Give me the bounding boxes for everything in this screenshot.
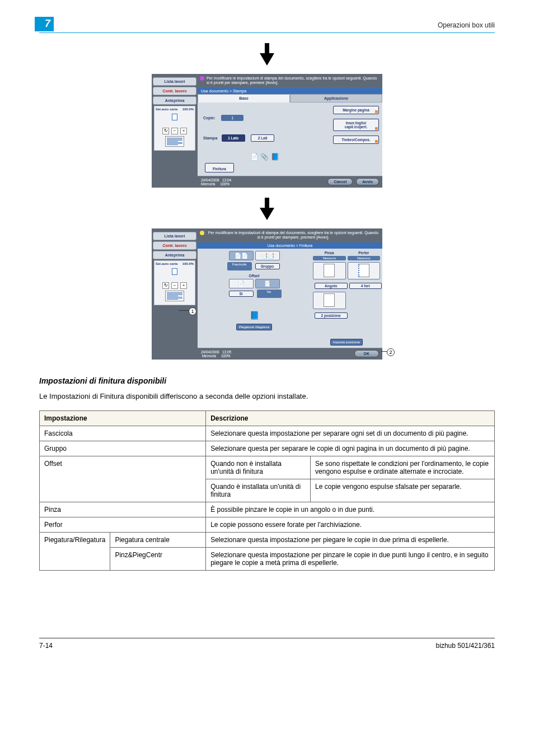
cell: Piegatura centrale: [110, 532, 206, 547]
inser-button[interactable]: Inser.foglio/ capit./copert.: [333, 119, 379, 131]
callout-2: 2: [387, 348, 395, 356]
offset-no-icon[interactable]: 📑: [255, 279, 280, 288]
chapter-tab: 7: [35, 17, 54, 31]
zoom-pct: 100.0%: [182, 108, 194, 111]
fascicola-button[interactable]: Fascicola: [227, 262, 252, 270]
imposta-posizione-button[interactable]: Imposta posizione: [330, 339, 363, 346]
copie-label: Copie:: [203, 116, 216, 120]
footer-left: 7-14: [39, 642, 53, 650]
zoom-in-icon[interactable]: +: [180, 282, 187, 289]
pinza-label: Pinza: [313, 251, 346, 255]
cell: Le copie possono essere forate per l'arc…: [206, 517, 495, 532]
arrow-down-icon: [39, 43, 495, 69]
gruppo-icon[interactable]: 📑📑: [255, 251, 280, 260]
breadcrumb: Usa documento > Stampa: [198, 88, 382, 94]
avvio-button[interactable]: Avvio: [356, 178, 379, 185]
footer-right: bizhub 501/421/361: [436, 642, 495, 650]
page-icon: [172, 114, 177, 120]
print-panel-finitura: Lista lavori Contr. lavoro Anteprima Sel…: [152, 228, 382, 360]
piegatura-button[interactable]: Piegatura/ rilegatura: [236, 324, 272, 330]
preview-thumb: Sel.auto carta100.0% ↻−+: [154, 260, 195, 305]
preview-thumb: Sel.auto carta100.0% ↻−+: [154, 106, 195, 151]
status-text: 24/04/2008 13:05 Memoria 100%: [201, 350, 231, 358]
cell: Selezionare questa impostazione per sepa…: [206, 426, 495, 441]
cell: Se sono rispettate le condizioni per l'o…: [311, 456, 495, 479]
settings-table: Impostazione Descrizione Fascicola Selez…: [39, 410, 495, 571]
cell: Piegatura/Rilegatura: [40, 532, 110, 570]
contr-lavoro-tab[interactable]: Contr. lavoro: [153, 241, 196, 250]
no-button[interactable]: No: [257, 290, 282, 298]
pinza-preview-2[interactable]: [313, 292, 346, 309]
perfor-preview[interactable]: [348, 262, 381, 279]
cell: Le copie vengono espulse sfalsate per se…: [311, 479, 495, 502]
print-panel-base: Lista lavori Contr. lavoro Anteprima Sel…: [152, 74, 382, 188]
lista-lavori-tab[interactable]: Lista lavori: [153, 77, 196, 86]
perfor-label: Perfor: [348, 251, 381, 255]
gruppo-button[interactable]: Gruppo: [255, 263, 280, 269]
section-title: Impostazioni di finitura disponibili: [39, 376, 495, 385]
rotate-icon[interactable]: ↻: [162, 128, 169, 134]
pinza-preview[interactable]: [313, 262, 346, 279]
ok-button[interactable]: OK: [354, 350, 380, 357]
offset-si-icon[interactable]: 📄: [229, 279, 254, 288]
zoom-pct: 100.0%: [182, 262, 194, 265]
book-icon: 📘: [250, 311, 259, 320]
callout-1: 1: [189, 307, 196, 315]
anteprima-tab[interactable]: Anteprima: [153, 96, 196, 105]
cancel-button[interactable]: Cancel: [327, 178, 353, 185]
cell: Selezionare questa impostazione per pieg…: [206, 532, 495, 547]
th-impostazione: Impostazione: [40, 410, 206, 426]
finitura-button[interactable]: Finitura: [205, 163, 234, 172]
contr-lavoro-tab[interactable]: Contr. lavoro: [153, 87, 196, 95]
pinza-nessuno[interactable]: Nessuno: [313, 256, 346, 260]
cell: Selezionare questa impostazione per pinz…: [206, 547, 495, 570]
zoom-out-icon[interactable]: −: [171, 128, 178, 134]
instruction-bar: Per modificare le impostazioni di stampa…: [198, 228, 382, 242]
angolo-button[interactable]: Angolo: [315, 283, 348, 289]
stampa-label: Stampa: [203, 136, 217, 140]
cell: Quando è installata un'unità di finitura: [206, 479, 311, 502]
doc-preview: [165, 291, 184, 301]
tab-base[interactable]: Base: [198, 94, 290, 102]
cell: Selezionare questa per separare le copie…: [206, 441, 495, 456]
cell: Quando non è installata un'unità di fini…: [206, 456, 311, 479]
fori4-button[interactable]: 4 fori: [349, 283, 382, 289]
status-text: 24/04/2008 13:04 Memoria 100%: [201, 178, 231, 186]
header-title: Operazioni box utili: [438, 21, 495, 29]
doc-preview: [165, 136, 184, 147]
arrow-down-icon: [39, 198, 495, 224]
cell: Perfor: [40, 517, 206, 532]
breadcrumb: Usa documento > Finitura: [198, 242, 382, 249]
rotate-icon[interactable]: ↻: [162, 282, 169, 289]
copie-value[interactable]: 1: [221, 115, 243, 121]
cell: È possibile pinzare le copie in un angol…: [206, 502, 495, 517]
anteprima-tab[interactable]: Anteprima: [153, 251, 196, 259]
margine-button[interactable]: Margine pagina: [333, 106, 379, 114]
th-descrizione: Descrizione: [206, 410, 495, 426]
bullet-icon: [200, 231, 204, 235]
lista-lavori-tab[interactable]: Lista lavori: [153, 232, 196, 240]
tab-applicazione[interactable]: Applicazione: [290, 94, 382, 102]
finitura-icons: 📄 📎 📘: [203, 153, 326, 161]
perfor-nessuno[interactable]: Nessuno: [348, 256, 381, 260]
cell: Offset: [40, 456, 206, 502]
cell: Gruppo: [40, 441, 206, 456]
cell: Pinza: [40, 502, 206, 517]
zoom-out-icon[interactable]: −: [171, 282, 178, 289]
fascicola-icon[interactable]: 📄📄: [229, 251, 254, 260]
pos2-button[interactable]: 2 posizione: [315, 312, 348, 319]
bullet-icon: [200, 76, 204, 81]
cell: Fascicola: [40, 426, 206, 441]
timbro-button[interactable]: Timbro/Compos.: [333, 136, 379, 144]
sel-auto-label: Sel.auto carta: [156, 262, 177, 265]
offset-label: Offset: [201, 274, 307, 278]
opt-2lati[interactable]: 2 Lati: [251, 134, 274, 142]
instruction-bar: Per modificare le impostazioni di stampa…: [198, 74, 382, 88]
zoom-in-icon[interactable]: +: [180, 128, 187, 134]
cell: Pinz&PiegCentr: [110, 547, 206, 570]
section-body: Le Impostazioni di Finitura disponibili …: [39, 392, 495, 400]
page-icon: [172, 268, 177, 275]
opt-1lato[interactable]: 1 Lato: [222, 134, 245, 142]
sel-auto-label: Sel.auto carta: [156, 108, 177, 111]
si-button[interactable]: Sì: [229, 291, 254, 297]
